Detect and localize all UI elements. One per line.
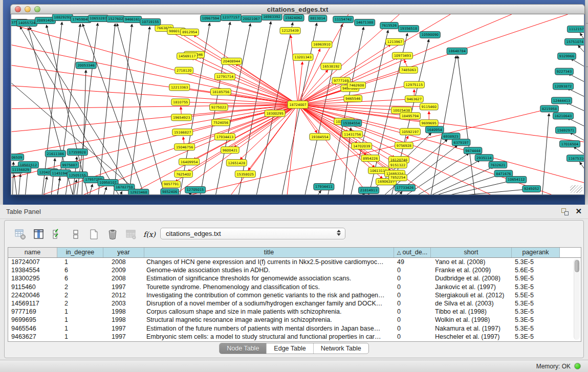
table-cell-year[interactable]: 1998 (103, 316, 144, 324)
network-node-yellow[interactable]: 13201343 (293, 54, 313, 60)
citation-edge-red[interactable] (291, 35, 298, 105)
network-node-teal[interactable]: 15692971 (555, 127, 576, 134)
table-cell-short[interactable]: Stergiakouli et al. (2012) (431, 291, 512, 299)
citation-edge-black[interactable] (57, 178, 60, 195)
citation-edge-black[interactable] (57, 24, 80, 195)
table-row[interactable]: 969969511998Structural magnetic resonanc… (8, 316, 581, 324)
citation-edge-black[interactable] (406, 153, 469, 195)
table-cell-name[interactable]: 9465546 (8, 324, 57, 333)
network-node-teal[interactable]: 9474444 (464, 147, 482, 154)
network-node-yellow[interactable]: 8912954 (181, 29, 199, 35)
network-node-teal[interactable]: 9227343 (555, 68, 574, 75)
network-window-titlebar[interactable]: citations_edges.txt (10, 4, 585, 14)
citation-edge-black[interactable] (399, 191, 402, 195)
network-node-yellow[interactable]: 19384554 (310, 134, 330, 140)
network-node-yellow[interactable]: 12125439 (280, 27, 300, 34)
network-node-yellow[interactable]: 16963910 (312, 41, 332, 48)
network-node-teal[interactable]: 12093872 (553, 83, 573, 90)
citation-edge-black[interactable] (120, 191, 122, 195)
network-node-yellow[interactable]: 9756928 (395, 142, 413, 149)
table-cell-year[interactable]: 1997 (103, 283, 144, 291)
citation-edge-red[interactable] (12, 25, 298, 105)
table-row[interactable]: 946554611997Estimation of the future num… (8, 324, 581, 333)
network-node-yellow[interactable]: 19654923 (171, 114, 192, 121)
table-cell-year[interactable]: 2008 (103, 258, 144, 266)
network-node-teal[interactable]: 11154742 (333, 16, 354, 23)
network-node-teal[interactable]: 8215958 (540, 105, 559, 112)
network-node-teal[interactable]: 1527602 (106, 15, 125, 22)
tab-network-table[interactable]: Network Table (314, 343, 368, 354)
citation-edge-black[interactable] (574, 146, 584, 154)
table-cell-title[interactable]: Corpus callosum shape and size in male p… (144, 308, 394, 316)
table-cell-in_degree[interactable]: 1 (57, 333, 103, 341)
citation-edge-black[interactable] (19, 174, 20, 195)
table-cell-name[interactable]: 18300295 (8, 274, 57, 282)
network-node-yellow[interactable]: 1810755 (171, 99, 190, 105)
citation-network-graph[interactable]: 1872400776638229860124891295422420046145… (11, 14, 584, 195)
network-node-yellow[interactable]: 9463627 (405, 96, 424, 102)
network-node-yellow[interactable]: 12651428 (226, 160, 247, 166)
network-node-teal[interactable]: 20021067 (241, 15, 262, 22)
network-node-teal[interactable]: 8471676 (494, 170, 513, 177)
network-node-teal[interactable]: 18829291 (52, 14, 73, 20)
table-cell-pagerank[interactable]: 5.3E-5 (512, 283, 560, 291)
network-node-yellow[interactable]: 10592197 (400, 128, 420, 135)
network-node-teal[interactable]: 12705015 (185, 187, 206, 193)
selection-checklist-button[interactable] (51, 228, 64, 241)
column-header-year[interactable]: year (103, 248, 144, 257)
network-node-teal[interactable]: 17733426 (395, 185, 415, 191)
table-cell-out_de[interactable]: 0 (394, 283, 431, 291)
citation-edge-black[interactable] (98, 24, 115, 195)
citation-edge-black[interactable] (104, 187, 106, 195)
table-cell-title[interactable]: Embryonic stem cells: a model to study s… (144, 333, 394, 341)
network-node-yellow[interactable]: 9275022 (210, 104, 228, 111)
table-cell-out_de[interactable]: 0 (394, 266, 431, 274)
table-cell-title[interactable]: Disruption of a novel member of a sodium… (144, 299, 394, 308)
network-node-teal[interactable]: 19356518 (398, 25, 419, 32)
table-cell-in_degree[interactable]: 1 (57, 316, 103, 324)
network-node-teal[interactable]: 7632621 (489, 162, 507, 168)
network-node-teal[interactable]: 11156829 (11, 166, 31, 173)
table-cell-pagerank[interactable]: 5.6E-5 (512, 266, 560, 274)
table-row[interactable]: 1938455462009Genome-wide association stu… (8, 266, 581, 274)
table-cell-name[interactable]: 9463627 (8, 333, 57, 341)
network-node-teal[interactable]: 8813014 (309, 15, 327, 21)
table-row[interactable]: 946362711997Embryonic stem cells: a mode… (8, 333, 581, 341)
citation-edge-black[interactable] (578, 46, 584, 52)
table-cell-name[interactable]: 9699695 (8, 316, 57, 324)
table-cell-pagerank[interactable]: 5.3E-5 (512, 299, 560, 308)
table-cell-pagerank[interactable]: 5.3E-5 (512, 258, 560, 266)
network-node-yellow[interactable]: 15046756 (175, 144, 195, 150)
network-node-teal[interactable]: 21814913 (359, 187, 379, 194)
network-node-yellow[interactable]: 18185756 (210, 89, 231, 95)
network-node-teal[interactable]: 2935114 (475, 155, 493, 161)
network-node-teal[interactable]: 12377157 (221, 14, 241, 20)
network-node-yellow[interactable]: 18495794 (400, 113, 420, 119)
citation-edge-red[interactable] (180, 34, 298, 105)
network-node-yellow[interactable]: 7524056 (212, 119, 230, 126)
table-cell-out_de[interactable]: 0 (394, 274, 431, 282)
citation-edge-black[interactable] (458, 56, 475, 195)
network-node-yellow[interactable]: 1213967 (386, 38, 404, 45)
network-node-teal[interactable]: 15751074 (564, 38, 584, 45)
network-node-teal[interactable]: 9852406 (161, 189, 179, 195)
column-header-title[interactable]: title (144, 248, 394, 257)
citation-edge-black[interactable] (77, 23, 98, 195)
network-node-yellow[interactable]: 9600421 (221, 147, 239, 154)
network-canvas[interactable]: 1872400776638229860124891295422420046145… (11, 14, 584, 195)
citation-edge-black[interactable] (580, 162, 584, 169)
column-header-name[interactable]: name (8, 248, 57, 257)
table-cell-year[interactable]: 1998 (103, 308, 144, 316)
table-cell-out_de[interactable]: 0 (394, 308, 431, 316)
citation-edge-black[interactable] (26, 169, 28, 195)
network-node-yellow[interactable]: 18724007 (288, 101, 308, 108)
table-cell-name[interactable]: 9777169 (8, 308, 57, 316)
table-cell-in_degree[interactable]: 2 (57, 299, 103, 308)
scrollbar-thumb[interactable] (575, 260, 579, 272)
tab-edge-table[interactable]: Edge Table (267, 343, 313, 354)
citation-edge-red[interactable] (12, 86, 298, 105)
table-cell-title[interactable]: Genome-wide association studies in ADHD. (144, 266, 394, 274)
table-cell-name[interactable]: 19384554 (8, 266, 57, 274)
network-node-teal[interactable]: 10719155 (140, 18, 161, 25)
network-node-teal[interactable]: 9466161 (123, 16, 142, 23)
